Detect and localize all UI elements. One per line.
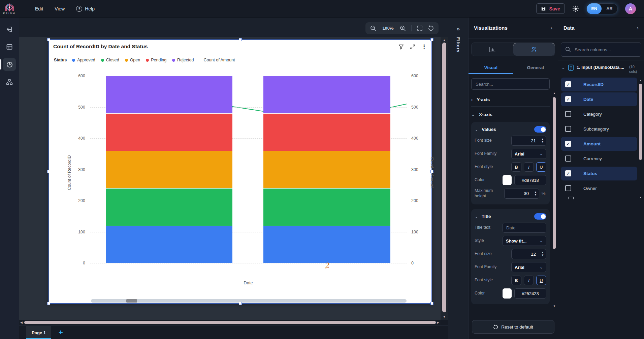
title-text-input[interactable] — [503, 223, 546, 233]
canvas-vertical-scrollbar[interactable]: ▲ ▼ — [441, 37, 448, 320]
filter-funnel-icon[interactable] — [398, 44, 404, 50]
checkbox[interactable]: ✓ — [565, 141, 571, 147]
scroll-down-icon[interactable]: ▼ — [639, 196, 642, 199]
chart-scrollbar-thumb[interactable] — [126, 299, 137, 303]
bar-segment-closed[interactable] — [263, 188, 390, 226]
values-group-header[interactable]: ⌄ Values — [475, 126, 546, 133]
font-size-stepper[interactable]: ▲▼ — [539, 136, 546, 146]
resize-handle[interactable] — [430, 170, 433, 173]
resize-handle[interactable] — [239, 302, 242, 305]
title-color-swatch[interactable] — [503, 288, 512, 299]
scroll-down-icon[interactable]: ▼ — [441, 315, 448, 318]
lang-en-button[interactable]: EN — [587, 3, 602, 14]
column-row-category[interactable]: Category — [561, 107, 637, 121]
chart-widget[interactable]: Count of RecordID by Date and Status ⋮ S… — [49, 39, 432, 304]
canvas[interactable]: Count of RecordID by Date and Status ⋮ S… — [19, 37, 441, 320]
checkbox[interactable] — [565, 185, 571, 191]
dataset-row[interactable]: ⌄ 1. Input (DumboData.... (10 cols) — [558, 60, 644, 77]
scroll-right-icon[interactable]: ▶ — [437, 321, 439, 324]
horizontal-scrollbar-thumb[interactable] — [24, 321, 436, 324]
resize-handle[interactable] — [47, 170, 50, 173]
prism-logo[interactable]: PRISM — [0, 0, 19, 18]
column-row-subcategory[interactable]: Subcategory — [561, 122, 637, 136]
menu-edit[interactable]: Edit — [35, 6, 43, 11]
bar-segment-rejected[interactable] — [106, 76, 233, 113]
title-italic-button[interactable]: I — [524, 276, 534, 285]
xaxis-color-swatch[interactable] — [503, 175, 512, 185]
viz-panel-scrollbar[interactable]: ▲ ▼ — [553, 92, 556, 308]
format-wand-tab[interactable] — [513, 43, 555, 56]
resize-handle[interactable] — [47, 38, 50, 41]
max-height-input[interactable] — [504, 189, 532, 199]
data-scrollbar-thumb[interactable] — [639, 84, 642, 160]
checkbox[interactable] — [565, 156, 571, 162]
title-toggle[interactable] — [534, 213, 546, 220]
resize-handle[interactable] — [239, 38, 242, 41]
resize-handle[interactable] — [430, 38, 433, 41]
bar-segment-open[interactable] — [106, 151, 233, 188]
legend-item[interactable]: Approved — [72, 58, 95, 62]
zoom-out-icon[interactable] — [370, 25, 376, 31]
collapse-panel-icon[interactable]: › — [550, 25, 552, 31]
scroll-up-icon[interactable]: ▲ — [639, 79, 642, 82]
xaxis-color-hex[interactable]: #d87818 — [514, 175, 546, 185]
legend-item[interactable]: Open — [125, 58, 140, 62]
font-size-input[interactable] — [511, 136, 539, 146]
checkbox[interactable]: ✓ — [565, 96, 571, 102]
viz-search-input[interactable] — [471, 78, 550, 90]
save-button[interactable]: Save — [536, 3, 565, 14]
filters-label[interactable]: Filters — [456, 37, 461, 53]
hierarchy-icon[interactable] — [3, 76, 16, 88]
fullscreen-icon[interactable] — [417, 25, 423, 31]
bold-button[interactable]: B — [511, 162, 521, 172]
vertical-scrollbar-thumb[interactable] — [442, 43, 446, 312]
italic-button[interactable]: I — [524, 162, 534, 172]
bar-segment-open[interactable] — [263, 151, 390, 188]
checkbox[interactable] — [565, 111, 571, 117]
column-row-currency[interactable]: Currency — [561, 152, 637, 166]
checkbox[interactable]: ✓ — [565, 81, 571, 87]
scroll-up-icon[interactable]: ▲ — [553, 92, 556, 95]
checkbox[interactable] — [565, 126, 571, 132]
zoom-in-icon[interactable] — [400, 25, 406, 31]
canvas-horizontal-scrollbar[interactable]: ◀ ▶ — [19, 320, 441, 325]
page-tab[interactable]: Page 1 — [26, 326, 51, 339]
bar-segment-approved[interactable] — [263, 226, 390, 263]
legend-line-series-label[interactable]: Count of Amount — [203, 58, 235, 62]
title-group-header[interactable]: ⌄ Title — [475, 213, 546, 220]
chart-type-tab[interactable] — [472, 43, 513, 56]
pie-chart-icon[interactable] — [3, 58, 16, 71]
section-x-axis[interactable]: ⌄ X-axis — [471, 107, 550, 122]
font-family-select[interactable]: Arial ⌄ — [511, 149, 546, 159]
style-select[interactable]: Show tit... ⌄ — [503, 236, 546, 246]
menu-view[interactable]: View — [55, 6, 65, 11]
lang-ar-button[interactable]: AR — [602, 6, 617, 11]
reset-to-default-button[interactable]: Reset to default — [472, 320, 554, 334]
column-row-owner[interactable]: Owner — [561, 181, 637, 195]
menu-help[interactable]: ? Help — [76, 6, 95, 12]
viz-scrollbar-thumb[interactable] — [553, 97, 556, 249]
avatar[interactable]: A — [625, 3, 636, 14]
underline-button[interactable]: U — [536, 162, 546, 172]
filters-expand-icon[interactable]: » — [457, 26, 460, 32]
scroll-down-icon[interactable]: ▼ — [553, 305, 556, 308]
collapse-panel-icon[interactable]: › — [637, 25, 639, 31]
theme-sun-icon[interactable] — [572, 5, 579, 12]
column-row-amount[interactable]: ✓Amount — [561, 137, 637, 151]
column-row-date[interactable]: ✓Date — [561, 92, 637, 106]
legend-item[interactable]: Pending — [146, 58, 166, 62]
scroll-up-icon[interactable]: ▲ — [441, 38, 448, 42]
column-row-status[interactable]: ✓Status — [561, 167, 637, 180]
tab-general[interactable]: General — [513, 61, 558, 74]
section-y-axis[interactable]: › Y-axis — [471, 93, 550, 107]
exit-icon[interactable] — [3, 23, 16, 36]
data-panel-scrollbar[interactable]: ▲ ▼ — [639, 79, 642, 199]
scroll-left-icon[interactable]: ◀ — [20, 321, 23, 324]
resize-handle[interactable] — [430, 302, 433, 305]
title-font-family-select[interactable]: Arial ⌄ — [511, 262, 546, 272]
column-row-recordid[interactable]: ✓RecordID — [561, 78, 637, 91]
search-columns-input[interactable] — [561, 43, 641, 57]
stacked-bar[interactable] — [263, 76, 390, 263]
bar-segment-pending[interactable] — [263, 113, 390, 151]
title-underline-button[interactable]: U — [536, 276, 546, 285]
